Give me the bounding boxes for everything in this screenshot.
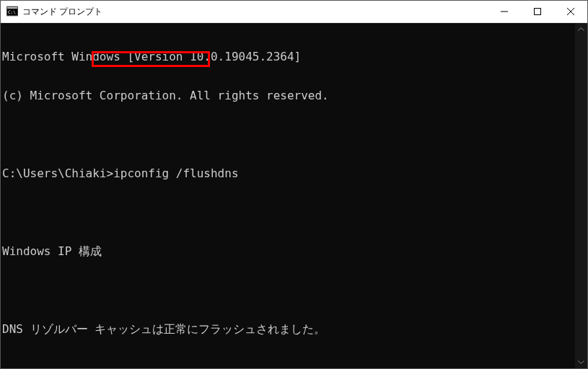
prompt-path: C:\Users\Chiaki> bbox=[2, 166, 113, 180]
svg-text:C:\: C:\ bbox=[8, 9, 16, 14]
window-titlebar[interactable]: C:\ コマンド プロンプト bbox=[1, 1, 587, 23]
svg-rect-1 bbox=[7, 7, 17, 9]
output-line: Microsoft Windows [Version 10.0.19045.23… bbox=[2, 50, 587, 63]
svg-rect-4 bbox=[535, 9, 541, 15]
scroll-up-button[interactable] bbox=[575, 23, 587, 35]
prompt-line: C:\Users\Chiaki>ipconfig /flushdns bbox=[2, 167, 587, 180]
output-blank bbox=[2, 284, 587, 297]
output-line: DNS リゾルバー キャッシュは正常にフラッシュされました。 bbox=[2, 323, 587, 336]
window-title: コマンド プロンプト bbox=[22, 6, 488, 18]
output-blank bbox=[2, 206, 587, 219]
close-button[interactable] bbox=[554, 1, 587, 22]
terminal-output[interactable]: Microsoft Windows [Version 10.0.19045.23… bbox=[1, 23, 587, 368]
output-line: Windows IP 構成 bbox=[2, 245, 587, 258]
vertical-scrollbar[interactable] bbox=[575, 23, 587, 368]
minimize-button[interactable] bbox=[488, 1, 521, 22]
entered-command: ipconfig /flushdns bbox=[113, 166, 238, 180]
maximize-button[interactable] bbox=[521, 1, 554, 22]
output-line: (c) Microsoft Corporation. All rights re… bbox=[2, 89, 587, 102]
output-blank bbox=[2, 128, 587, 141]
output-blank bbox=[2, 362, 587, 369]
window-controls bbox=[488, 1, 587, 22]
cmd-icon: C:\ bbox=[6, 6, 18, 17]
scroll-track[interactable] bbox=[575, 35, 587, 356]
scroll-down-button[interactable] bbox=[575, 356, 587, 368]
terminal-area[interactable]: Microsoft Windows [Version 10.0.19045.23… bbox=[1, 23, 587, 368]
